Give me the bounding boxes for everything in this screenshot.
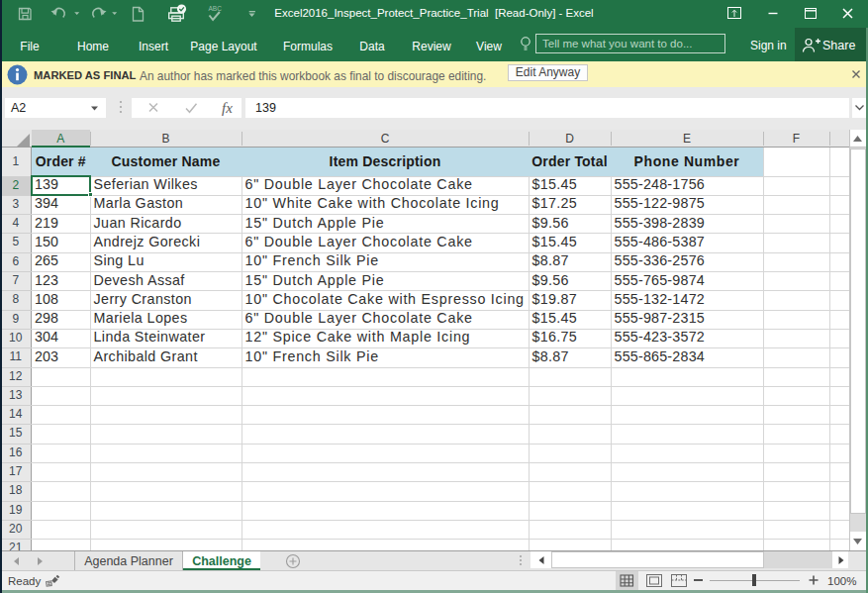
svg-text:fx: fx [222,100,233,116]
